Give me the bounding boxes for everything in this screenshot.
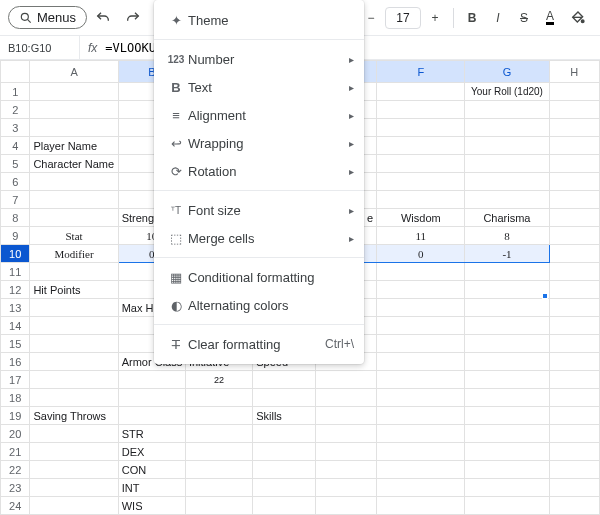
row-header[interactable]: 10 [1,245,30,263]
menu-wrapping[interactable]: ↩Wrapping▸ [154,129,364,157]
row-header[interactable]: 2 [1,101,30,119]
cell[interactable]: 8 [465,227,549,245]
chevron-right-icon: ▸ [349,166,354,177]
wrap-icon: ↩ [164,136,188,151]
fontsize-icon: ᵀT [164,205,188,216]
row-header[interactable]: 4 [1,137,30,155]
row-header[interactable]: 19 [1,407,30,425]
cell[interactable]: Saving Throws [30,407,118,425]
row-header[interactable]: 15 [1,335,30,353]
row-header[interactable]: 20 [1,425,30,443]
cell[interactable]: DEX [118,443,185,461]
cell[interactable]: Your Roll (1d20) [465,83,549,101]
menu-conditional-formatting[interactable]: ▦Conditional formatting [154,263,364,291]
row-header[interactable]: 9 [1,227,30,245]
row-header[interactable]: 3 [1,119,30,137]
row-header[interactable]: 5 [1,155,30,173]
row-header[interactable]: 22 [1,461,30,479]
cell[interactable]: INT [118,479,185,497]
col-header-F[interactable]: F [377,61,465,83]
row-header[interactable]: 23 [1,479,30,497]
fx-label: fx [80,41,105,55]
fontsize-input[interactable]: 17 [385,7,421,29]
chevron-right-icon: ▸ [349,110,354,121]
select-all-corner[interactable] [1,61,30,83]
row-header[interactable]: 24 [1,497,30,515]
menu-fontsize[interactable]: ᵀTFont size▸ [154,196,364,224]
theme-icon: ✦ [164,13,188,28]
format-menu: ✦Theme 123Number▸ BText▸ ≡Alignment▸ ↩Wr… [154,0,364,364]
selection-handle[interactable] [542,293,548,299]
strike-button[interactable]: S [512,5,536,31]
bold-button[interactable]: B [460,5,484,31]
row-header[interactable]: 8 [1,209,30,227]
cell[interactable]: Player Name [30,137,118,155]
textcolor-button[interactable]: A [538,5,562,31]
svg-point-0 [21,13,28,20]
menu-clear-formatting[interactable]: T̶Clear formattingCtrl+\ [154,330,364,358]
svg-point-5 [581,20,584,23]
svg-line-1 [27,19,30,22]
undo-icon [95,10,111,26]
row-header[interactable]: 13 [1,299,30,317]
paint-icon [570,10,586,26]
menu-number[interactable]: 123Number▸ [154,45,364,73]
conditional-icon: ▦ [164,270,188,285]
rotation-icon: ⟳ [164,164,188,179]
col-header-G[interactable]: G [465,61,549,83]
cell[interactable]: CON [118,461,185,479]
cell[interactable]: STR [118,425,185,443]
cell[interactable]: Character Name [30,155,118,173]
menus-button[interactable]: Menus [8,6,87,29]
menu-alignment[interactable]: ≡Alignment▸ [154,101,364,129]
name-box[interactable]: B10:G10 [0,36,80,59]
altcolors-icon: ◐ [164,298,188,313]
cell[interactable]: 11 [377,227,465,245]
row-header[interactable]: 14 [1,317,30,335]
align-icon: ≡ [164,108,188,123]
cell[interactable]: 0 [377,245,465,263]
row-header[interactable]: 21 [1,443,30,461]
redo-icon [125,10,141,26]
clear-icon: T̶ [164,337,188,352]
chevron-right-icon: ▸ [349,205,354,216]
undo-button[interactable] [89,5,117,31]
redo-button[interactable] [119,5,147,31]
row-header[interactable]: 1 [1,83,30,101]
chevron-right-icon: ▸ [349,54,354,65]
cell[interactable]: -1 [465,245,549,263]
cell[interactable]: Wisdom [377,209,465,227]
cell[interactable]: 22 [185,371,252,389]
search-icon [19,11,33,25]
chevron-right-icon: ▸ [349,138,354,149]
chevron-right-icon: ▸ [349,233,354,244]
text-icon: B [164,80,188,95]
row-header[interactable]: 12 [1,281,30,299]
col-header-A[interactable]: A [30,61,118,83]
row-header[interactable]: 6 [1,173,30,191]
cell[interactable]: Charisma [465,209,549,227]
menu-rotation[interactable]: ⟳Rotation▸ [154,157,364,185]
cell[interactable]: Hit Points [30,281,118,299]
fontsize-increase-button[interactable]: + [423,5,447,31]
col-header-H[interactable]: H [549,61,600,83]
number-icon: 123 [164,54,188,65]
menu-text[interactable]: BText▸ [154,73,364,101]
cell[interactable]: Stat [30,227,118,245]
chevron-right-icon: ▸ [349,82,354,93]
fillcolor-button[interactable] [564,5,592,31]
row-header[interactable]: 18 [1,389,30,407]
cell[interactable]: Modifier [30,245,118,263]
cell[interactable]: WIS [118,497,185,515]
menus-label: Menus [37,10,76,25]
merge-icon: ⬚ [164,231,188,246]
menu-theme[interactable]: ✦Theme [154,6,364,34]
cell[interactable]: Skills [253,407,316,425]
row-header[interactable]: 11 [1,263,30,281]
row-header[interactable]: 16 [1,353,30,371]
italic-button[interactable]: I [486,5,510,31]
menu-alternating-colors[interactable]: ◐Alternating colors [154,291,364,319]
row-header[interactable]: 17 [1,371,30,389]
row-header[interactable]: 7 [1,191,30,209]
menu-merge[interactable]: ⬚Merge cells▸ [154,224,364,252]
